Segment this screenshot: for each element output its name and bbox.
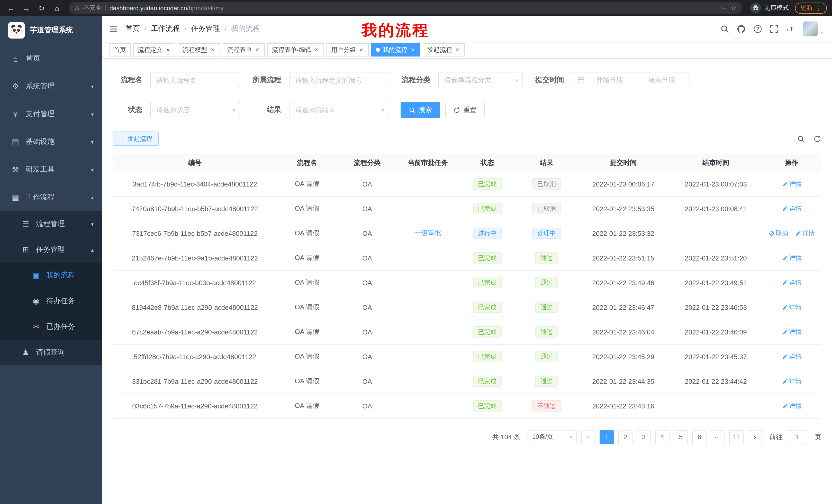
cancel-icon	[769, 230, 774, 236]
page-button-2[interactable]: 2	[618, 430, 632, 444]
detail-link[interactable]: 详情	[782, 254, 801, 262]
update-button[interactable]: 更新 ⋮	[795, 2, 827, 13]
next-page-button[interactable]: ›	[748, 430, 762, 444]
detail-link[interactable]: 详情	[782, 204, 801, 213]
sidebar-item-payment[interactable]: ¥支付管理▾	[0, 100, 102, 128]
tab-process-form-edit[interactable]: 流程表单-编辑×	[267, 43, 324, 57]
page-size-select[interactable]: 10条/页▾	[527, 430, 577, 444]
page-button-5[interactable]: 5	[674, 430, 688, 444]
sidebar-item-my-process[interactable]: ▣我的流程	[0, 262, 102, 288]
logo-image	[8, 22, 25, 38]
page-button-1[interactable]: 1	[600, 430, 614, 444]
detail-link[interactable]: 详情	[782, 352, 801, 361]
forward-icon[interactable]: →	[21, 2, 32, 13]
sidebar-item-todo-task[interactable]: ◉待办任务	[0, 288, 102, 314]
sidebar-item-system[interactable]: ⚙系统管理▾	[0, 73, 102, 100]
cell-process-name: OA 请假	[277, 246, 337, 270]
user-avatar[interactable]: ▾	[803, 21, 823, 36]
detail-link[interactable]: 详情	[782, 179, 801, 188]
font-size-icon[interactable]: тT	[786, 24, 795, 33]
close-icon[interactable]: ×	[454, 46, 460, 53]
reset-button-label: 重置	[463, 105, 477, 115]
sidebar-item-home[interactable]: ⌂首页	[0, 45, 102, 73]
status-select[interactable]: 请选择状态 ▾	[150, 102, 240, 118]
sidebar: 芋道管理系统 ⌂首页⚙系统管理▾¥支付管理▾▤基础设施▾⚒研发工具▾▦工作流程▴…	[0, 16, 102, 504]
tab-start-process[interactable]: 发起流程×	[423, 43, 465, 57]
sidebar-item-infrastructure[interactable]: ▤基础设施▾	[0, 128, 102, 156]
tab-user-group[interactable]: 用户分组×	[327, 43, 369, 57]
fullscreen-icon[interactable]	[770, 24, 779, 33]
category-select[interactable]: 请选择流程分类 ▾	[438, 72, 523, 88]
close-icon[interactable]: ×	[165, 46, 171, 53]
bookmark-star-icon[interactable]: ☆	[730, 4, 736, 12]
search-icon[interactable]	[721, 24, 729, 33]
tab-home[interactable]: 首页	[109, 43, 131, 57]
cell-actions: 详情	[762, 394, 821, 418]
sidebar-item-workflow[interactable]: ▦工作流程▴	[0, 184, 102, 211]
close-icon[interactable]: ×	[210, 46, 215, 53]
app-logo[interactable]: 芋道管理系统	[0, 16, 102, 45]
end-date-placeholder[interactable]: 结束日期	[639, 76, 684, 85]
process-name-input[interactable]	[150, 72, 240, 88]
action-label: 取消	[776, 229, 788, 237]
start-date-placeholder[interactable]: 开始日期	[587, 76, 632, 85]
tab-my-process[interactable]: 我的流程×	[371, 43, 420, 57]
date-range-picker[interactable]: 开始日期 - 结束日期	[572, 72, 690, 88]
cell-result: 处理中	[516, 221, 577, 246]
tab-label: 流程模型	[183, 46, 207, 54]
close-icon[interactable]: ×	[358, 46, 364, 53]
security-label[interactable]: 不安全	[83, 4, 102, 12]
cell-status: 进行中	[458, 221, 516, 246]
sidebar-item-process-management[interactable]: ☰流程管理▾	[0, 211, 102, 237]
back-icon[interactable]: ←	[5, 2, 17, 13]
process-key-input[interactable]	[289, 72, 389, 88]
page-button-4[interactable]: 4	[655, 430, 670, 444]
current-task-link[interactable]: 一级审批	[414, 229, 441, 237]
address-bar[interactable]: ⚠ 不安全 dashboard.yudao.iocoder.cn/bpm/tas…	[69, 2, 742, 14]
prev-page-button[interactable]: ‹	[581, 430, 595, 444]
tab-process-form[interactable]: 流程表单×	[223, 43, 265, 57]
reset-button[interactable]: 重置	[445, 102, 485, 118]
sidebar-item-leave-query[interactable]: ♟请假查询	[0, 340, 102, 365]
search-toggle-button[interactable]	[797, 135, 805, 143]
reload-icon[interactable]: ↻	[36, 2, 47, 13]
detail-link[interactable]: 详情	[782, 401, 801, 410]
result-select[interactable]: 请选择流结果 ▾	[289, 102, 389, 118]
close-icon[interactable]: ×	[314, 46, 319, 53]
close-icon[interactable]: ×	[410, 46, 415, 53]
detail-link[interactable]: 详情	[782, 377, 801, 386]
sidebar-item-done-task[interactable]: ✂已办任务	[0, 314, 102, 340]
detail-link[interactable]: 详情	[782, 328, 801, 336]
result-badge: 处理中	[532, 228, 561, 239]
browser-home-icon[interactable]: ⌂	[51, 2, 63, 13]
breadcrumb-item[interactable]: 工作流程	[151, 24, 180, 33]
help-icon[interactable]	[754, 24, 762, 33]
create-process-button[interactable]: 发起流程	[113, 132, 159, 146]
menu-dots-icon[interactable]: ⋮	[815, 4, 822, 12]
breadcrumb-item[interactable]: 任务管理	[191, 24, 220, 33]
sidebar-item-task-management[interactable]: ⊞任务管理▴	[0, 237, 102, 262]
refresh-table-button[interactable]	[813, 135, 821, 143]
detail-link[interactable]: 详情	[782, 303, 801, 312]
incognito-icon	[750, 3, 761, 13]
page-button-3[interactable]: 3	[636, 430, 651, 444]
cell-result: 已取消	[516, 196, 577, 221]
github-icon[interactable]	[737, 24, 746, 33]
tab-process-definition[interactable]: 流程定义×	[133, 43, 175, 57]
more-pages-button[interactable]: ···	[711, 430, 725, 444]
detail-link[interactable]: 详情	[795, 229, 815, 237]
breadcrumb-item[interactable]: 首页	[126, 24, 140, 33]
key-icon[interactable]	[720, 5, 727, 11]
hamburger-icon[interactable]	[109, 25, 118, 33]
search-button[interactable]: 搜索	[400, 102, 440, 118]
detail-link[interactable]: 详情	[782, 278, 801, 287]
close-icon[interactable]: ×	[255, 46, 260, 53]
sidebar-item-devtools[interactable]: ⚒研发工具▾	[0, 156, 102, 184]
cancel-link[interactable]: 取消	[769, 229, 788, 237]
page-button-6[interactable]: 6	[692, 430, 706, 444]
goto-page-input[interactable]	[787, 430, 807, 444]
tab-process-model[interactable]: 流程模型×	[178, 43, 220, 57]
page-button-11[interactable]: 11	[729, 430, 744, 444]
cell-end-time: 2022-01-22 23:51:20	[670, 246, 762, 270]
chevron-down-icon: ▾	[91, 139, 94, 145]
